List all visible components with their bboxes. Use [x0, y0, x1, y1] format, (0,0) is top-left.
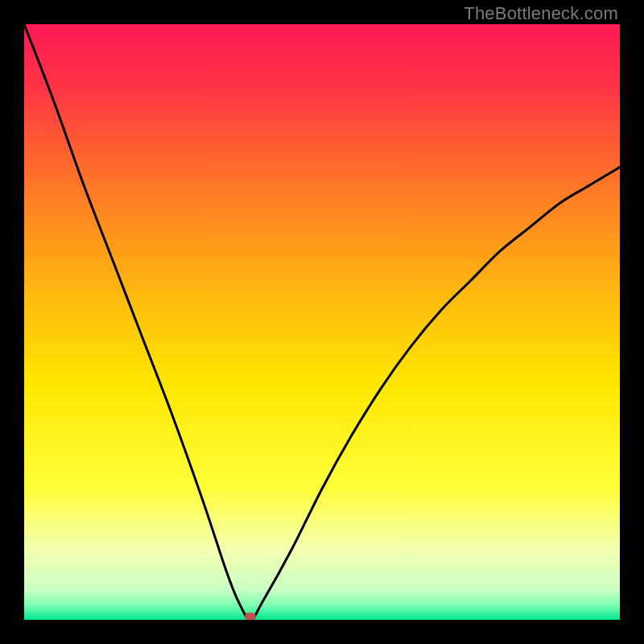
bottleneck-curve	[24, 24, 620, 620]
plot-area	[24, 24, 620, 620]
curve-layer	[24, 24, 620, 620]
optimal-point-marker	[245, 613, 256, 620]
watermark-text: TheBottleneck.com	[464, 3, 618, 24]
chart-frame: TheBottleneck.com	[0, 0, 644, 644]
